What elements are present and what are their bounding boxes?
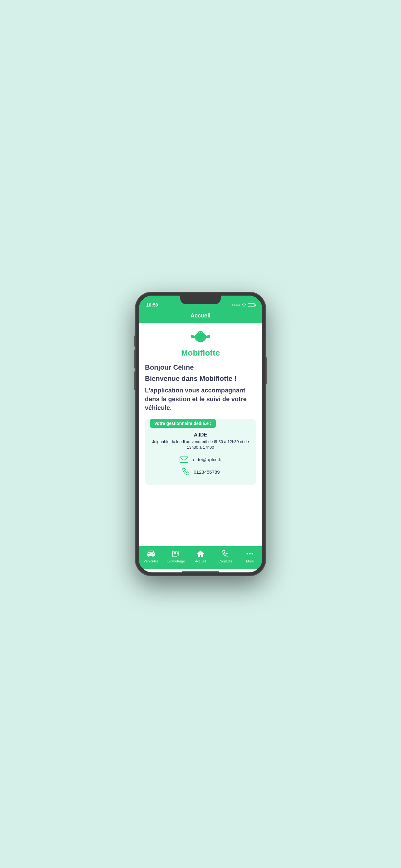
- battery-icon: [248, 303, 255, 307]
- fuel-icon: [171, 549, 180, 558]
- volume-mute-button: [134, 336, 135, 346]
- svg-point-8: [148, 556, 150, 557]
- phone-icon: [181, 467, 191, 476]
- svg-point-1: [198, 331, 203, 335]
- greeting-text: Bonjour Céline: [145, 363, 256, 372]
- signal-icon: [232, 304, 240, 306]
- nav-label-contacts: Contacts: [219, 559, 232, 563]
- manager-hours: Joignable du lundi au vendredi de 8h30 à…: [145, 439, 256, 450]
- welcome-text: Bienvenue dans Mobiflotte !: [145, 375, 256, 383]
- manager-phone[interactable]: 0123456789: [194, 469, 220, 475]
- nav-item-accueil[interactable]: Accueil: [188, 549, 213, 563]
- volume-down-button: [134, 372, 135, 390]
- notch: [180, 296, 221, 304]
- home-indicator: [182, 571, 219, 572]
- svg-rect-14: [178, 553, 179, 556]
- status-time: 10:59: [146, 302, 158, 307]
- main-content: Mobiflotte Bonjour Céline Bienvenue dans…: [139, 323, 262, 546]
- contacts-phone-icon: [221, 549, 230, 558]
- phone-row[interactable]: 0123456789: [145, 467, 256, 476]
- manager-name: A.IDE: [145, 432, 256, 438]
- logo-container: Mobiflotte: [145, 330, 256, 358]
- nav-label-more: More: [246, 559, 254, 563]
- nav-item-vehicules[interactable]: Véhicules: [139, 549, 163, 563]
- more-icon: [245, 549, 254, 558]
- car-icon: [147, 549, 156, 558]
- nav-label-accueil: Accueil: [195, 559, 206, 563]
- email-row[interactable]: a.ide@optixt.fr: [145, 455, 256, 464]
- phone-screen: 10:59: [139, 296, 262, 572]
- email-icon: [179, 455, 189, 464]
- nav-label-kilometrage: Kilométrage: [166, 559, 185, 563]
- status-icons: [232, 303, 255, 307]
- svg-point-4: [199, 333, 200, 333]
- svg-rect-11: [153, 553, 154, 554]
- manager-label: Votre gestionnaire dédié.e :: [150, 419, 216, 428]
- svg-rect-13: [174, 552, 176, 554]
- svg-rect-6: [180, 457, 188, 462]
- nav-item-contacts[interactable]: Contacts: [213, 549, 238, 563]
- nav-item-more[interactable]: More: [238, 549, 262, 563]
- svg-point-15: [247, 553, 248, 555]
- svg-point-17: [252, 553, 253, 555]
- phone-frame: 10:59: [135, 292, 266, 576]
- svg-point-16: [249, 553, 251, 555]
- nav-label-vehicules: Véhicules: [144, 559, 159, 563]
- wifi-icon: [241, 303, 246, 307]
- manager-card: Votre gestionnaire dédié.e : A.IDE Joign…: [145, 419, 256, 485]
- svg-rect-10: [148, 553, 149, 554]
- bottom-nav: Véhicules Kilométrage Accueil: [139, 546, 262, 569]
- app-header: Accueil: [139, 309, 262, 323]
- home-icon: [196, 549, 205, 558]
- nav-item-kilometrage[interactable]: Kilométrage: [163, 549, 188, 563]
- description-text: L'application vous accompagnant dans la …: [145, 386, 256, 412]
- power-button: [266, 358, 267, 384]
- volume-up-button: [134, 350, 135, 368]
- logo-text: Mobiflotte: [181, 348, 220, 358]
- svg-point-9: [152, 556, 154, 557]
- header-title: Accueil: [191, 312, 210, 319]
- svg-point-5: [201, 333, 202, 333]
- manager-email[interactable]: a.ide@optixt.fr: [192, 457, 222, 462]
- svg-rect-12: [173, 551, 177, 557]
- mobiflotte-logo-icon: [188, 330, 213, 347]
